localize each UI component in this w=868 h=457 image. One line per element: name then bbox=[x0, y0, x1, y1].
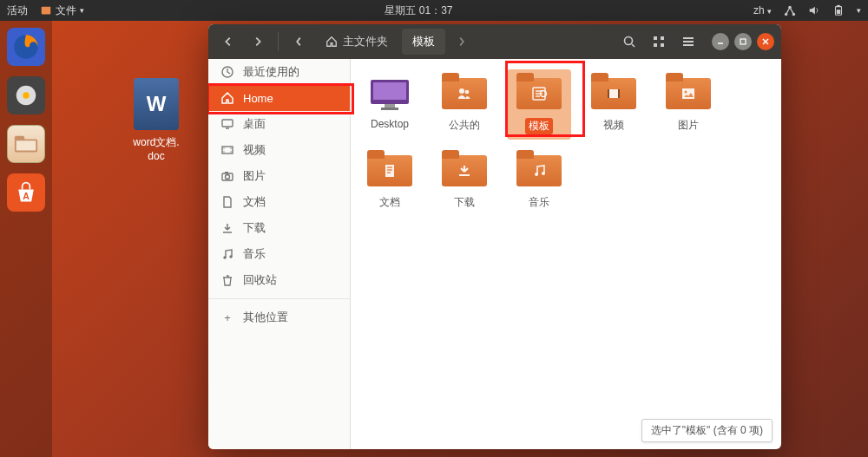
svg-rect-5 bbox=[837, 5, 840, 7]
music-folder[interactable]: 音乐 bbox=[507, 147, 571, 215]
svg-rect-15 bbox=[654, 36, 657, 40]
svg-rect-21 bbox=[222, 120, 233, 127]
view-toggle-button[interactable] bbox=[646, 29, 672, 55]
svg-text:A: A bbox=[23, 191, 30, 201]
folder-label: 图片 bbox=[678, 119, 699, 131]
sidebar-item-recent[interactable]: 最近使用的 bbox=[208, 59, 350, 85]
sidebar-item-label: 文档 bbox=[243, 194, 266, 210]
desktop-file-word-doc[interactable]: W word文档. doc bbox=[122, 78, 191, 162]
svg-point-28 bbox=[226, 175, 230, 180]
templates-folder[interactable]: 模板 bbox=[507, 69, 571, 140]
system-menu-chevron-icon[interactable]: ▾ bbox=[857, 6, 861, 15]
hamburger-menu-button[interactable] bbox=[675, 29, 701, 55]
svg-point-30 bbox=[223, 256, 226, 258]
documents-folder[interactable]: 文档 bbox=[358, 147, 422, 215]
sidebar-item-documents[interactable]: 文档 bbox=[208, 189, 350, 215]
music-icon bbox=[530, 162, 548, 180]
music-icon bbox=[220, 247, 234, 261]
svg-point-31 bbox=[229, 255, 232, 258]
back-button[interactable] bbox=[215, 29, 241, 55]
volume-icon[interactable] bbox=[808, 4, 820, 16]
path-back-chevron-icon[interactable] bbox=[286, 29, 312, 55]
sidebar-item-desktop[interactable]: 桌面 bbox=[208, 111, 350, 137]
svg-rect-17 bbox=[654, 43, 657, 47]
doc-icon bbox=[220, 195, 234, 209]
sidebar-item-trash[interactable]: 回收站 bbox=[208, 267, 350, 293]
network-icon[interactable] bbox=[784, 4, 796, 16]
svg-rect-40 bbox=[608, 89, 620, 98]
folder-label: 模板 bbox=[525, 118, 553, 134]
svg-point-46 bbox=[535, 173, 538, 176]
down-icon bbox=[456, 162, 473, 180]
picture-icon bbox=[680, 85, 697, 102]
window-close-button[interactable] bbox=[757, 33, 774, 50]
svg-rect-41 bbox=[608, 89, 609, 98]
dock-rhythmbox[interactable] bbox=[7, 76, 45, 114]
desktop-folder[interactable]: Desktop bbox=[358, 69, 422, 140]
battery-icon[interactable] bbox=[832, 4, 845, 16]
dock-firefox[interactable] bbox=[7, 28, 45, 66]
desktop-file-label: word文档. doc bbox=[122, 135, 191, 162]
svg-rect-33 bbox=[373, 82, 406, 100]
sidebar-item-label: 音乐 bbox=[243, 246, 266, 262]
svg-point-26 bbox=[230, 151, 231, 152]
svg-rect-35 bbox=[381, 108, 398, 110]
clock-icon bbox=[220, 65, 234, 79]
sidebar-separator bbox=[208, 298, 350, 299]
sidebar-item-pictures[interactable]: 图片 bbox=[208, 163, 350, 189]
doc-icon bbox=[381, 162, 398, 180]
folder-label: 视频 bbox=[603, 119, 624, 131]
video-icon bbox=[605, 85, 622, 102]
svg-rect-6 bbox=[837, 10, 840, 14]
folder-icon bbox=[664, 75, 713, 113]
folder-view[interactable]: Desktop公共的模板视频图片文档下载音乐 选中了"模板" (含有 0 项) bbox=[351, 59, 781, 449]
svg-point-36 bbox=[459, 88, 464, 94]
svg-point-37 bbox=[465, 90, 470, 95]
window-minimize-button[interactable] bbox=[712, 33, 729, 50]
people-icon bbox=[456, 85, 473, 102]
svg-point-47 bbox=[542, 172, 545, 175]
svg-rect-19 bbox=[740, 39, 746, 44]
folder-icon bbox=[515, 75, 563, 113]
svg-rect-12 bbox=[16, 140, 36, 150]
public-folder[interactable]: 公共的 bbox=[432, 69, 496, 140]
word-doc-icon: W bbox=[134, 78, 179, 130]
path-forward-chevron-icon[interactable] bbox=[449, 29, 475, 55]
svg-point-24 bbox=[223, 151, 224, 152]
folder-icon bbox=[440, 75, 489, 113]
dock-files[interactable] bbox=[7, 125, 45, 163]
search-button[interactable] bbox=[616, 29, 642, 55]
sidebar-other-locations[interactable]: + 其他位置 bbox=[208, 304, 350, 330]
sidebar: 最近使用的Home桌面视频图片文档下载音乐回收站 + 其他位置 bbox=[208, 59, 351, 449]
down-icon bbox=[220, 221, 234, 235]
folder-icon bbox=[589, 75, 638, 113]
input-method-indicator[interactable]: zh ▾ bbox=[753, 4, 772, 16]
sidebar-item-videos[interactable]: 视频 bbox=[208, 137, 350, 163]
path-home[interactable]: 主文件夹 bbox=[315, 29, 398, 55]
svg-rect-34 bbox=[385, 104, 395, 108]
videos-folder[interactable]: 视频 bbox=[582, 69, 646, 140]
activities-button[interactable]: 活动 bbox=[7, 3, 28, 18]
app-menu[interactable]: 文件 ▾ bbox=[40, 3, 84, 18]
folder-icon bbox=[365, 75, 414, 113]
forward-button[interactable] bbox=[245, 29, 271, 55]
sidebar-item-downloads[interactable]: 下载 bbox=[208, 215, 350, 241]
sidebar-item-label: 最近使用的 bbox=[243, 64, 299, 80]
sidebar-item-music[interactable]: 音乐 bbox=[208, 241, 350, 267]
status-bar: 选中了"模板" (含有 0 项) bbox=[641, 419, 773, 442]
home-icon bbox=[326, 36, 338, 48]
sidebar-item-home[interactable]: Home bbox=[208, 85, 350, 111]
downloads-folder[interactable]: 下载 bbox=[432, 147, 496, 215]
svg-rect-43 bbox=[682, 88, 694, 99]
dock-software[interactable]: A bbox=[7, 173, 45, 212]
file-manager-toolbar: 主文件夹 模板 bbox=[208, 24, 781, 59]
file-manager-window: 主文件夹 模板 bbox=[208, 24, 781, 449]
window-maximize-button[interactable] bbox=[734, 33, 752, 50]
trash-icon bbox=[220, 273, 234, 287]
video-icon bbox=[220, 143, 234, 157]
pictures-folder[interactable]: 图片 bbox=[656, 69, 720, 140]
path-current[interactable]: 模板 bbox=[402, 29, 445, 55]
sidebar-item-label: 图片 bbox=[243, 168, 266, 184]
clock[interactable]: 星期五 01：37 bbox=[84, 3, 753, 18]
svg-rect-0 bbox=[42, 7, 51, 15]
